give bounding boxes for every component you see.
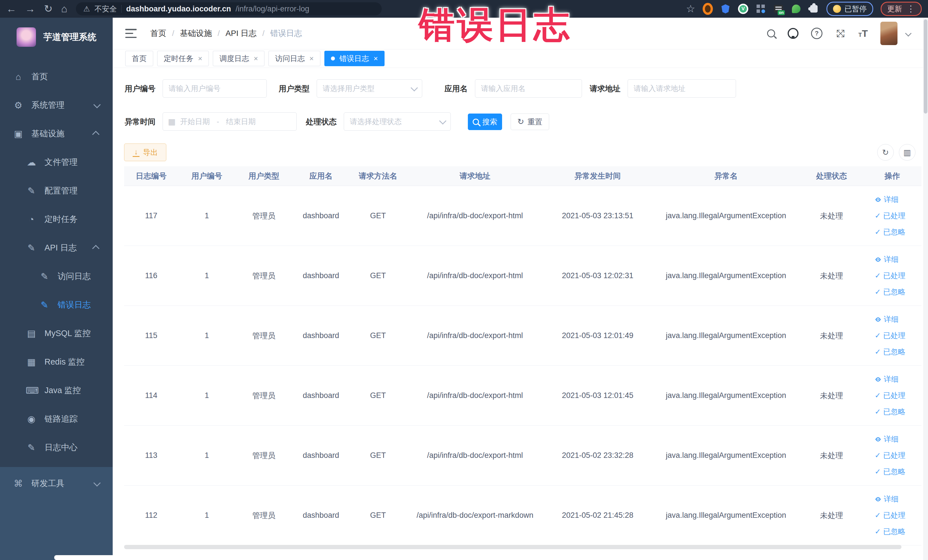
sidebar-item-system[interactable]: ⚙系统管理 (0, 91, 113, 119)
sidebar-item-api-log[interactable]: ✎API 日志 (0, 233, 113, 262)
puzzle-extensions-icon[interactable] (809, 4, 819, 14)
detail-link[interactable]: 详细 (875, 494, 899, 504)
breadcrumb-item-1[interactable]: 基础设施 (180, 28, 212, 39)
font-size-icon[interactable]: TT (858, 28, 868, 39)
sidebar-item-infra[interactable]: ▣基础设施 (0, 119, 113, 148)
orange-extension-icon[interactable] (703, 4, 713, 14)
tab-定时任务[interactable]: 定时任务× (157, 51, 209, 66)
shield-extension-icon[interactable] (720, 4, 731, 14)
tab-错误日志[interactable]: 错误日志× (324, 51, 385, 66)
breadcrumb-item-2[interactable]: API 日志 (226, 28, 257, 39)
column-settings-button[interactable]: ▥ (899, 144, 916, 160)
sidebar-item-trace[interactable]: ◉链路追踪 (0, 405, 113, 433)
cell-id: 114 (124, 366, 178, 426)
user-id-input[interactable] (163, 79, 267, 98)
processed-link[interactable]: ✓已处理 (875, 391, 905, 401)
main-area: 首页/基础设施/API 日志/错误日志 ? ⤢⤡ TT 首页定时任务×调度日志×… (113, 18, 928, 560)
home-icon[interactable]: ⌂ (61, 4, 67, 14)
sidebar-item-dev-tools[interactable]: ⌘研发工具 (0, 469, 113, 498)
redis-icon: ▦ (26, 357, 37, 368)
on-switch-extension-icon[interactable]: on (773, 4, 784, 14)
processed-link[interactable]: ✓已处理 (875, 450, 905, 461)
page-horizontal-scrollbar-thumb[interactable] (54, 555, 282, 560)
leaf-extension-icon[interactable] (791, 4, 801, 14)
detail-link[interactable]: 详细 (875, 434, 899, 444)
logo-image (17, 27, 36, 47)
table-horizontal-scrollbar[interactable] (124, 545, 902, 549)
sidebar-item-label: 链路追踪 (44, 414, 78, 425)
breadcrumb-item-0[interactable]: 首页 (150, 28, 166, 39)
app-name-input[interactable] (475, 79, 582, 98)
breadcrumb: 首页/基础设施/API 日志/错误日志 (150, 28, 302, 39)
export-button[interactable]: ↓ 导出 (124, 143, 166, 161)
sidebar-item-error-log[interactable]: ✎错误日志 (0, 291, 113, 319)
sidebar-item-job[interactable]: ◔定时任务 (0, 205, 113, 233)
processed-link[interactable]: ✓已处理 (875, 510, 905, 520)
chevron-down-icon (93, 101, 101, 108)
user-type-select[interactable]: 请选择用户类型 (317, 79, 422, 98)
ignored-link[interactable]: ✓已忽略 (875, 227, 905, 237)
sidebar-item-home[interactable]: ⌂首页 (0, 63, 113, 91)
avatar[interactable] (881, 22, 897, 45)
exception-time-range-picker[interactable]: ▦ 开始日期 - 结束日期 (163, 112, 297, 131)
ignored-link[interactable]: ✓已忽略 (875, 526, 905, 537)
chrome-update-button[interactable]: 更新 ⋮ (881, 2, 922, 16)
vertical-scrollbar[interactable] (923, 18, 928, 560)
process-status-select[interactable]: 请选择处理状态 (344, 112, 451, 131)
logo-row[interactable]: 芋道管理系统 (0, 18, 113, 56)
back-icon[interactable]: ← (6, 4, 17, 14)
search-button[interactable]: 搜索 (468, 113, 502, 130)
column-header-9: 操作 (863, 166, 922, 186)
bookmark-star-icon[interactable]: ☆ (686, 4, 695, 14)
tab-调度日志[interactable]: 调度日志× (213, 51, 264, 66)
detail-link[interactable]: 详细 (875, 255, 899, 264)
tab-首页[interactable]: 首页 (125, 51, 153, 66)
search-icon[interactable] (767, 29, 775, 37)
vertical-scrollbar-thumb[interactable] (924, 20, 927, 113)
refresh-table-button[interactable]: ↻ (877, 144, 894, 160)
end-date-placeholder: 结束日期 (226, 117, 256, 127)
grid-extension-icon[interactable] (756, 4, 766, 14)
close-tab-icon[interactable]: × (198, 55, 202, 62)
collapse-sidebar-icon[interactable] (125, 29, 137, 38)
sidebar-item-file[interactable]: ☁文件管理 (0, 148, 113, 177)
github-icon[interactable] (788, 28, 798, 39)
processed-link[interactable]: ✓已处理 (875, 331, 905, 340)
processed-link[interactable]: ✓已处理 (875, 211, 905, 221)
cell-url: /api/infra/db-doc/export-markdown (406, 485, 543, 545)
sidebar-item-access-log[interactable]: ✎访问日志 (0, 262, 113, 291)
reset-button[interactable]: ↻ 重置 (511, 113, 549, 130)
sidebar-item-log-center[interactable]: ✎日志中心 (0, 433, 113, 462)
help-icon[interactable]: ? (811, 27, 823, 39)
close-tab-icon[interactable]: × (253, 55, 258, 62)
reload-icon[interactable]: ↻ (44, 4, 52, 14)
fullscreen-icon[interactable]: ⤢⤡ (835, 28, 846, 39)
action-label: 已处理 (883, 271, 905, 281)
tab-label: 定时任务 (164, 53, 194, 64)
cell-user_id: 1 (178, 186, 235, 246)
processed-link[interactable]: ✓已处理 (875, 271, 905, 281)
address-bar[interactable]: ⚠ 不安全 dashboard.yudao.iocoder.cn /infra/… (76, 2, 382, 15)
forward-icon[interactable]: → (25, 4, 35, 14)
sidebar-item-redis[interactable]: ▦Redis 监控 (0, 348, 113, 376)
detail-link[interactable]: 详细 (875, 374, 899, 384)
ignored-link[interactable]: ✓已忽略 (875, 347, 905, 357)
detail-link[interactable]: 详细 (875, 195, 899, 204)
vue-devtools-icon[interactable]: V (738, 4, 748, 14)
dropdown-caret-icon[interactable] (905, 30, 912, 37)
request-url-input[interactable] (627, 79, 736, 98)
ignored-link[interactable]: ✓已忽略 (875, 407, 905, 417)
sidebar-item-java[interactable]: ⌨Java 监控 (0, 376, 113, 405)
ignored-link[interactable]: ✓已忽略 (875, 467, 905, 477)
tab-访问日志[interactable]: 访问日志× (269, 51, 320, 66)
sidebar-item-mysql[interactable]: ▤MySQL 监控 (0, 319, 113, 348)
sidebar-item-config[interactable]: ✎配置管理 (0, 177, 113, 205)
close-tab-icon[interactable]: × (374, 55, 378, 62)
cell-user_id: 1 (178, 366, 235, 426)
kebab-menu-icon[interactable]: ⋮ (907, 5, 915, 13)
column-header-4: 请求方法名 (350, 166, 406, 186)
close-tab-icon[interactable]: × (309, 55, 313, 62)
detail-link[interactable]: 详细 (875, 314, 899, 324)
profile-paused-badge[interactable]: 已暂停 (826, 2, 873, 16)
ignored-link[interactable]: ✓已忽略 (875, 287, 905, 297)
